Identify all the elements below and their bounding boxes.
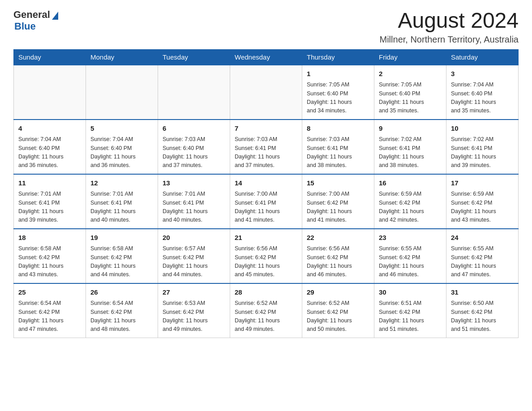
day-info: Sunrise: 6:54 AMSunset: 6:42 PMDaylight:… xyxy=(90,299,153,334)
calendar-cell: 4Sunrise: 7:04 AMSunset: 6:40 PMDaylight… xyxy=(14,120,86,174)
col-friday: Friday xyxy=(374,49,446,65)
calendar-week-4: 18Sunrise: 6:58 AMSunset: 6:42 PMDayligh… xyxy=(14,229,519,283)
day-number: 24 xyxy=(451,233,514,243)
day-number: 30 xyxy=(379,287,442,298)
logo-blue-text: Blue xyxy=(14,21,36,32)
day-info: Sunrise: 7:02 AMSunset: 6:41 PMDaylight:… xyxy=(379,135,442,170)
day-info: Sunrise: 6:50 AMSunset: 6:42 PMDaylight:… xyxy=(451,299,514,334)
day-number: 28 xyxy=(235,287,297,298)
day-number: 17 xyxy=(451,178,514,188)
day-info: Sunrise: 7:01 AMSunset: 6:41 PMDaylight:… xyxy=(163,190,225,225)
col-sunday: Sunday xyxy=(14,49,86,65)
day-number: 8 xyxy=(307,124,369,134)
day-info: Sunrise: 7:04 AMSunset: 6:40 PMDaylight:… xyxy=(18,135,81,170)
day-number: 31 xyxy=(451,287,514,298)
calendar-cell: 8Sunrise: 7:03 AMSunset: 6:41 PMDaylight… xyxy=(302,120,374,174)
day-info: Sunrise: 6:53 AMSunset: 6:42 PMDaylight:… xyxy=(163,299,225,334)
calendar-cell: 6Sunrise: 7:03 AMSunset: 6:40 PMDaylight… xyxy=(158,120,230,174)
logo: General Blue xyxy=(13,9,59,32)
calendar-cell xyxy=(86,65,158,120)
month-title: August 2024 xyxy=(380,9,519,33)
day-number: 12 xyxy=(90,178,153,188)
day-number: 6 xyxy=(163,124,225,134)
col-saturday: Saturday xyxy=(446,49,519,65)
calendar-cell: 30Sunrise: 6:51 AMSunset: 6:42 PMDayligh… xyxy=(374,283,446,338)
day-number: 26 xyxy=(90,287,153,298)
day-info: Sunrise: 7:04 AMSunset: 6:40 PMDaylight:… xyxy=(90,135,153,170)
page-header: General Blue August 2024 Millner, Northe… xyxy=(13,9,519,45)
col-monday: Monday xyxy=(86,49,158,65)
day-number: 3 xyxy=(451,69,514,79)
day-number: 16 xyxy=(379,178,442,188)
calendar-cell: 28Sunrise: 6:52 AMSunset: 6:42 PMDayligh… xyxy=(230,283,302,338)
day-number: 11 xyxy=(18,178,81,188)
day-info: Sunrise: 7:04 AMSunset: 6:40 PMDaylight:… xyxy=(451,81,514,116)
day-number: 7 xyxy=(235,124,297,134)
day-number: 23 xyxy=(379,233,442,243)
calendar-week-3: 11Sunrise: 7:01 AMSunset: 6:41 PMDayligh… xyxy=(14,174,519,229)
day-info: Sunrise: 6:56 AMSunset: 6:42 PMDaylight:… xyxy=(235,244,297,279)
logo-triangle-icon xyxy=(52,12,58,20)
col-thursday: Thursday xyxy=(302,49,374,65)
day-number: 20 xyxy=(163,233,225,243)
calendar-cell: 19Sunrise: 6:58 AMSunset: 6:42 PMDayligh… xyxy=(86,229,158,283)
day-number: 14 xyxy=(235,178,297,188)
day-info: Sunrise: 7:01 AMSunset: 6:41 PMDaylight:… xyxy=(90,190,153,225)
calendar-week-1: 1Sunrise: 7:05 AMSunset: 6:40 PMDaylight… xyxy=(14,65,519,120)
calendar-cell: 25Sunrise: 6:54 AMSunset: 6:42 PMDayligh… xyxy=(14,283,86,338)
day-info: Sunrise: 6:54 AMSunset: 6:42 PMDaylight:… xyxy=(18,299,81,334)
day-number: 27 xyxy=(163,287,225,298)
day-number: 19 xyxy=(90,233,153,243)
day-number: 29 xyxy=(307,287,369,298)
calendar-cell: 7Sunrise: 7:03 AMSunset: 6:41 PMDaylight… xyxy=(230,120,302,174)
calendar-cell: 24Sunrise: 6:55 AMSunset: 6:42 PMDayligh… xyxy=(446,229,519,283)
day-info: Sunrise: 7:03 AMSunset: 6:40 PMDaylight:… xyxy=(163,135,225,170)
calendar-cell: 26Sunrise: 6:54 AMSunset: 6:42 PMDayligh… xyxy=(86,283,158,338)
day-info: Sunrise: 6:55 AMSunset: 6:42 PMDaylight:… xyxy=(451,244,514,279)
day-info: Sunrise: 6:55 AMSunset: 6:42 PMDaylight:… xyxy=(379,244,442,279)
calendar-cell: 5Sunrise: 7:04 AMSunset: 6:40 PMDaylight… xyxy=(86,120,158,174)
calendar-header-row: Sunday Monday Tuesday Wednesday Thursday… xyxy=(14,49,519,65)
calendar-cell: 3Sunrise: 7:04 AMSunset: 6:40 PMDaylight… xyxy=(446,65,519,120)
day-info: Sunrise: 7:00 AMSunset: 6:41 PMDaylight:… xyxy=(235,190,297,225)
calendar-cell: 17Sunrise: 6:59 AMSunset: 6:42 PMDayligh… xyxy=(446,174,519,229)
title-section: August 2024 Millner, Northern Territory,… xyxy=(380,9,519,45)
day-number: 4 xyxy=(18,124,81,134)
calendar-cell: 29Sunrise: 6:52 AMSunset: 6:42 PMDayligh… xyxy=(302,283,374,338)
day-number: 15 xyxy=(307,178,369,188)
calendar-cell: 23Sunrise: 6:55 AMSunset: 6:42 PMDayligh… xyxy=(374,229,446,283)
calendar-cell xyxy=(158,65,230,120)
col-wednesday: Wednesday xyxy=(230,49,302,65)
calendar-cell: 14Sunrise: 7:00 AMSunset: 6:41 PMDayligh… xyxy=(230,174,302,229)
calendar-cell: 16Sunrise: 6:59 AMSunset: 6:42 PMDayligh… xyxy=(374,174,446,229)
day-info: Sunrise: 7:02 AMSunset: 6:41 PMDaylight:… xyxy=(451,135,514,170)
day-info: Sunrise: 6:59 AMSunset: 6:42 PMDaylight:… xyxy=(451,190,514,225)
calendar-cell: 15Sunrise: 7:00 AMSunset: 6:42 PMDayligh… xyxy=(302,174,374,229)
day-number: 22 xyxy=(307,233,369,243)
calendar-cell: 9Sunrise: 7:02 AMSunset: 6:41 PMDaylight… xyxy=(374,120,446,174)
calendar-cell: 11Sunrise: 7:01 AMSunset: 6:41 PMDayligh… xyxy=(14,174,86,229)
day-info: Sunrise: 7:03 AMSunset: 6:41 PMDaylight:… xyxy=(235,135,297,170)
day-number: 21 xyxy=(235,233,297,243)
day-number: 18 xyxy=(18,233,81,243)
calendar-cell: 13Sunrise: 7:01 AMSunset: 6:41 PMDayligh… xyxy=(158,174,230,229)
location-text: Millner, Northern Territory, Australia xyxy=(380,34,519,45)
day-number: 1 xyxy=(307,69,369,79)
day-info: Sunrise: 7:01 AMSunset: 6:41 PMDaylight:… xyxy=(18,190,81,225)
day-number: 2 xyxy=(379,69,442,79)
day-number: 5 xyxy=(90,124,153,134)
day-info: Sunrise: 7:00 AMSunset: 6:42 PMDaylight:… xyxy=(307,190,369,225)
day-number: 9 xyxy=(379,124,442,134)
day-info: Sunrise: 6:52 AMSunset: 6:42 PMDaylight:… xyxy=(235,299,297,334)
day-info: Sunrise: 7:05 AMSunset: 6:40 PMDaylight:… xyxy=(307,81,369,116)
calendar-table: Sunday Monday Tuesday Wednesday Thursday… xyxy=(13,49,519,338)
calendar-cell: 22Sunrise: 6:56 AMSunset: 6:42 PMDayligh… xyxy=(302,229,374,283)
calendar-cell: 2Sunrise: 7:05 AMSunset: 6:40 PMDaylight… xyxy=(374,65,446,120)
day-info: Sunrise: 7:03 AMSunset: 6:41 PMDaylight:… xyxy=(307,135,369,170)
day-info: Sunrise: 6:57 AMSunset: 6:42 PMDaylight:… xyxy=(163,244,225,279)
calendar-week-2: 4Sunrise: 7:04 AMSunset: 6:40 PMDaylight… xyxy=(14,120,519,174)
day-info: Sunrise: 6:56 AMSunset: 6:42 PMDaylight:… xyxy=(307,244,369,279)
day-number: 13 xyxy=(163,178,225,188)
calendar-cell xyxy=(14,65,86,120)
day-info: Sunrise: 7:05 AMSunset: 6:40 PMDaylight:… xyxy=(379,81,442,116)
